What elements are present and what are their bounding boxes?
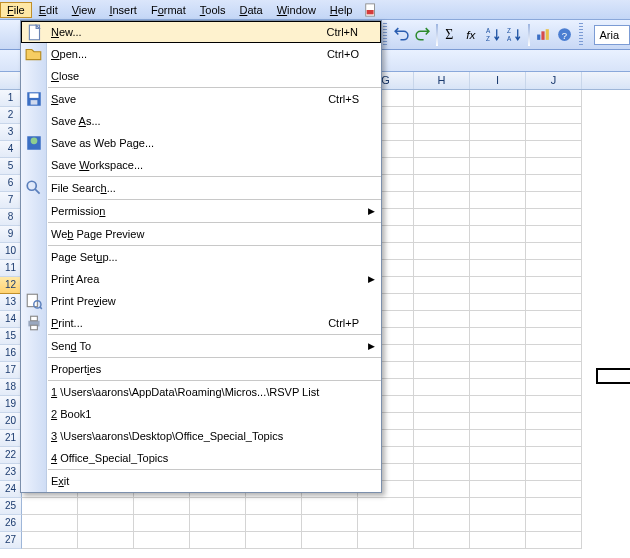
column-header[interactable]: I — [470, 72, 526, 89]
cell[interactable] — [526, 260, 582, 277]
cell[interactable] — [526, 226, 582, 243]
menu-item-save-workspace[interactable]: Save Workspace... — [21, 154, 381, 176]
cell[interactable] — [470, 464, 526, 481]
cell[interactable] — [414, 141, 470, 158]
row-header[interactable]: 12 — [0, 277, 22, 294]
cell[interactable] — [470, 345, 526, 362]
autosum-button[interactable]: Σ — [442, 24, 461, 46]
cell[interactable] — [526, 141, 582, 158]
menu-help[interactable]: Help — [323, 2, 360, 18]
cell[interactable] — [414, 260, 470, 277]
cell[interactable] — [470, 175, 526, 192]
cell[interactable] — [526, 481, 582, 498]
cell[interactable] — [414, 447, 470, 464]
menu-file[interactable]: File — [0, 2, 32, 18]
row-header[interactable]: 4 — [0, 141, 22, 158]
sort-asc-button[interactable]: AZ — [484, 24, 503, 46]
select-all-corner[interactable] — [0, 72, 22, 89]
cell[interactable] — [134, 498, 190, 515]
row-header[interactable]: 17 — [0, 362, 22, 379]
cell[interactable] — [526, 192, 582, 209]
cell[interactable] — [526, 294, 582, 311]
menu-format[interactable]: Format — [144, 2, 193, 18]
row-header[interactable]: 26 — [0, 515, 22, 532]
cell[interactable] — [470, 209, 526, 226]
column-header[interactable]: H — [414, 72, 470, 89]
cell[interactable] — [414, 107, 470, 124]
row-header[interactable]: 7 — [0, 192, 22, 209]
menu-item-exit[interactable]: Exit — [21, 470, 381, 492]
row-header[interactable]: 1 — [0, 90, 22, 107]
cell[interactable] — [526, 90, 582, 107]
row-header[interactable]: 11 — [0, 260, 22, 277]
row-header[interactable]: 15 — [0, 328, 22, 345]
cell[interactable] — [414, 532, 470, 549]
cell[interactable] — [414, 413, 470, 430]
row-header[interactable]: 23 — [0, 464, 22, 481]
row-header[interactable]: 14 — [0, 311, 22, 328]
cell[interactable] — [526, 498, 582, 515]
cell[interactable] — [470, 260, 526, 277]
menu-data[interactable]: Data — [232, 2, 269, 18]
menu-edit[interactable]: Edit — [32, 2, 65, 18]
row-header[interactable]: 5 — [0, 158, 22, 175]
cell[interactable] — [414, 277, 470, 294]
cell[interactable] — [470, 192, 526, 209]
cell[interactable] — [526, 396, 582, 413]
cell[interactable] — [134, 515, 190, 532]
row-header[interactable]: 13 — [0, 294, 22, 311]
cell[interactable] — [190, 515, 246, 532]
menu-item-3-users-aarons-desktop-office-special-topics[interactable]: 3 \Users\aarons\Desktop\Office_Special_T… — [21, 425, 381, 447]
cell[interactable] — [470, 243, 526, 260]
column-header[interactable]: J — [526, 72, 582, 89]
redo-button[interactable] — [413, 24, 432, 46]
cell[interactable] — [470, 141, 526, 158]
cell[interactable] — [526, 311, 582, 328]
cell[interactable] — [134, 532, 190, 549]
menu-tools[interactable]: Tools — [193, 2, 233, 18]
cell[interactable] — [526, 124, 582, 141]
row-header[interactable]: 25 — [0, 498, 22, 515]
menu-item-page-setup[interactable]: Page Setup... — [21, 246, 381, 268]
menu-item-new[interactable]: New...Ctrl+N — [21, 21, 381, 43]
cell[interactable] — [190, 532, 246, 549]
cell[interactable] — [526, 532, 582, 549]
cell[interactable] — [302, 498, 358, 515]
menu-item-print-preview[interactable]: Print Preview — [21, 290, 381, 312]
menu-view[interactable]: View — [65, 2, 103, 18]
cell[interactable] — [470, 277, 526, 294]
row-header[interactable]: 9 — [0, 226, 22, 243]
menu-item-close[interactable]: Close — [21, 65, 381, 87]
cell[interactable] — [526, 447, 582, 464]
row-header[interactable]: 16 — [0, 345, 22, 362]
cell[interactable] — [470, 413, 526, 430]
cell[interactable] — [358, 532, 414, 549]
cell[interactable] — [470, 294, 526, 311]
row-header[interactable]: 22 — [0, 447, 22, 464]
cell[interactable] — [470, 481, 526, 498]
row-header[interactable]: 2 — [0, 107, 22, 124]
cell[interactable] — [414, 243, 470, 260]
cell[interactable] — [470, 515, 526, 532]
menu-window[interactable]: Window — [270, 2, 323, 18]
cell[interactable] — [470, 396, 526, 413]
cell[interactable] — [414, 481, 470, 498]
cell[interactable] — [414, 124, 470, 141]
cell[interactable] — [414, 379, 470, 396]
cell[interactable] — [526, 277, 582, 294]
cell[interactable] — [526, 430, 582, 447]
cell[interactable] — [414, 294, 470, 311]
cell[interactable] — [414, 226, 470, 243]
row-header[interactable]: 8 — [0, 209, 22, 226]
help-button[interactable]: ? — [555, 24, 574, 46]
cell[interactable] — [470, 90, 526, 107]
undo-button[interactable] — [392, 24, 411, 46]
cell[interactable] — [526, 107, 582, 124]
cell[interactable] — [78, 498, 134, 515]
cell[interactable] — [526, 158, 582, 175]
cell[interactable] — [414, 90, 470, 107]
cell[interactable] — [526, 345, 582, 362]
cell[interactable] — [526, 175, 582, 192]
cell[interactable] — [414, 192, 470, 209]
cell[interactable] — [302, 515, 358, 532]
